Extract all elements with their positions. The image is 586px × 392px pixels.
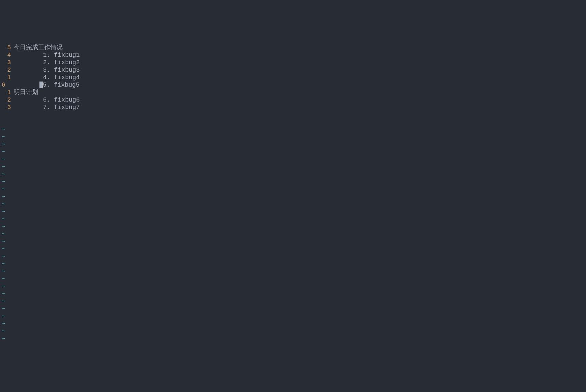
- line-number-relative: 3: [0, 59, 14, 67]
- line-number-relative: 5: [0, 44, 14, 52]
- editor-line[interactable]: 5今日完成工作情况: [0, 44, 586, 52]
- empty-line-tilde: ~: [0, 141, 586, 148]
- empty-line-tilde: ~: [0, 313, 586, 320]
- empty-line-tilde: ~: [0, 178, 586, 186]
- empty-line-tilde: ~: [0, 163, 586, 171]
- empty-line-tilde: ~: [0, 268, 586, 275]
- editor-line[interactable]: 6 5. fixbug5: [0, 82, 586, 89]
- empty-line-tilde: ~: [0, 216, 586, 223]
- text-editor[interactable]: 5今日完成工作情况4 1. fixbug13 2. fixbug22 3. fi…: [0, 29, 586, 392]
- line-number-relative: 3: [0, 104, 14, 111]
- line-number-relative: 2: [0, 67, 14, 74]
- empty-line-tilde: ~: [0, 246, 586, 253]
- empty-line-tilde: ~: [0, 171, 586, 178]
- line-number-relative: 1: [0, 74, 14, 82]
- empty-line-tilde: ~: [0, 208, 586, 216]
- editor-line[interactable]: 3 2. fixbug2: [0, 59, 586, 67]
- line-number-relative: 4: [0, 52, 14, 59]
- empty-line-tilde: ~: [0, 305, 586, 313]
- editor-line[interactable]: 1 4. fixbug4: [0, 74, 586, 82]
- line-number-absolute: 6: [0, 82, 7, 89]
- line-content[interactable]: 7. fixbug7: [14, 104, 80, 111]
- empty-line-tilde: ~: [0, 283, 586, 290]
- empty-line-tilde: ~: [0, 201, 586, 208]
- empty-line-tilde: ~: [0, 148, 586, 156]
- empty-line-tilde: ~: [0, 223, 586, 231]
- empty-line-tilde: ~: [0, 320, 586, 328]
- empty-line-tilde: ~: [0, 186, 586, 193]
- editor-line[interactable]: 2 3. fixbug3: [0, 67, 586, 74]
- empty-line-tilde: ~: [0, 253, 586, 261]
- line-number-relative: 2: [0, 96, 14, 104]
- empty-line-tilde: ~: [0, 231, 586, 238]
- line-content[interactable]: 1. fixbug1: [14, 52, 80, 59]
- line-content[interactable]: 6. fixbug6: [14, 96, 80, 104]
- line-content[interactable]: 今日完成工作情况: [14, 44, 63, 52]
- empty-line-tilde: ~: [0, 290, 586, 298]
- line-content[interactable]: 3. fixbug3: [14, 67, 80, 74]
- empty-line-tilde: ~: [0, 193, 586, 201]
- empty-line-tilde: ~: [0, 298, 586, 305]
- line-number-relative: 1: [0, 89, 14, 96]
- editor-line[interactable]: 2 6. fixbug6: [0, 96, 586, 104]
- empty-line-tilde: ~: [0, 156, 586, 163]
- line-content[interactable]: 4. fixbug4: [14, 74, 80, 82]
- empty-line-tilde: ~: [0, 126, 586, 133]
- empty-line-tilde: ~: [0, 335, 586, 343]
- line-content[interactable]: 5. fixbug5: [14, 82, 80, 89]
- empty-line-tilde: ~: [0, 275, 586, 283]
- cursor: [39, 82, 43, 88]
- line-content[interactable]: 明日计划: [14, 89, 38, 96]
- empty-line-tilde: ~: [0, 238, 586, 246]
- editor-line[interactable]: 3 7. fixbug7: [0, 104, 586, 111]
- empty-line-tilde: ~: [0, 133, 586, 141]
- line-content[interactable]: 2. fixbug2: [14, 59, 80, 67]
- empty-line-tilde: ~: [0, 328, 586, 335]
- editor-line[interactable]: 1明日计划: [0, 89, 586, 96]
- empty-line-tilde: ~: [0, 261, 586, 268]
- editor-line[interactable]: 4 1. fixbug1: [0, 52, 586, 59]
